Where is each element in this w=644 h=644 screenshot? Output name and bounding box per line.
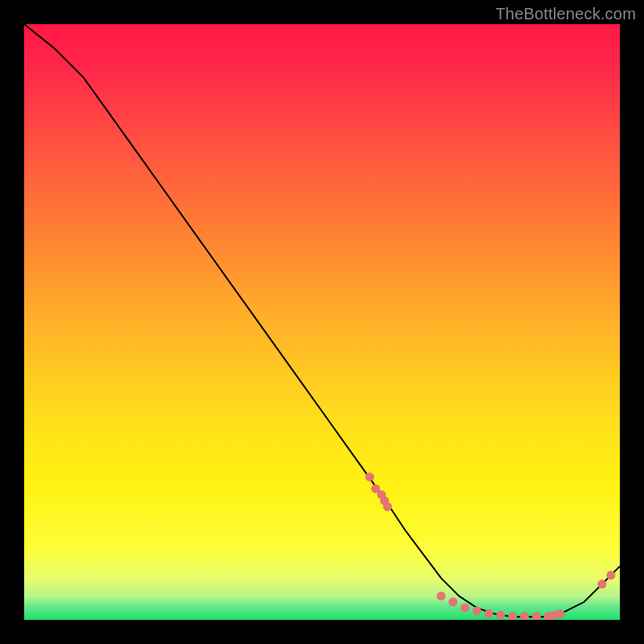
data-marker [597,580,606,588]
data-marker [473,606,481,615]
data-marker [606,571,615,580]
plot-area [24,24,620,620]
data-marker [497,611,506,620]
data-marker [485,609,493,618]
data-marker [508,612,517,620]
chart-svg [24,24,620,620]
data-marker [460,604,469,613]
data-marker [365,473,374,481]
chart-canvas: TheBottleneck.com [0,0,644,644]
data-marker [520,612,529,620]
data-markers [365,473,616,620]
data-marker [556,609,565,618]
data-marker [383,502,392,511]
bottleneck-curve [24,24,620,617]
watermark-text: TheBottleneck.com [495,5,636,23]
data-marker [437,592,446,601]
data-marker [532,612,541,620]
data-marker [448,597,457,606]
